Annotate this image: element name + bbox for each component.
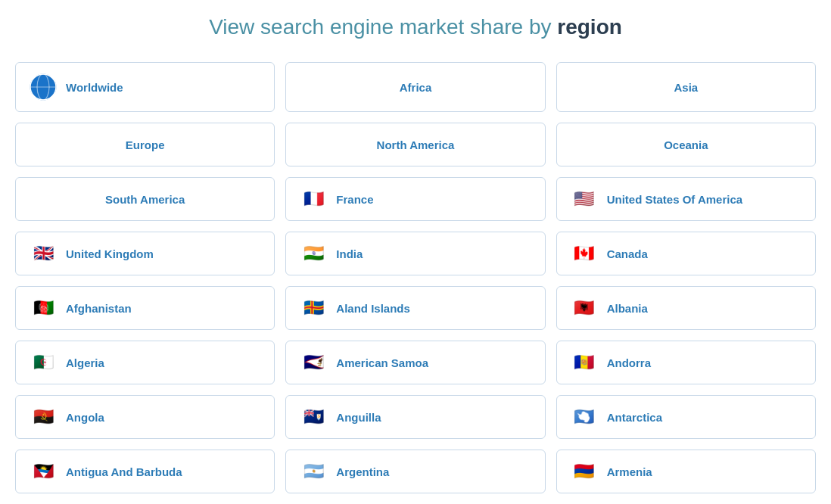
region-button-north-america[interactable]: North America xyxy=(285,123,545,166)
region-label: Anguilla xyxy=(336,411,381,424)
globe-icon xyxy=(30,73,57,101)
flag-icon-france: 🇫🇷 xyxy=(300,190,327,208)
region-button-worldwide[interactable]: Worldwide xyxy=(15,62,275,112)
region-button-india[interactable]: 🇮🇳India xyxy=(285,232,545,275)
region-label: Argentina xyxy=(336,465,389,478)
region-button-africa[interactable]: Africa xyxy=(285,62,545,112)
region-button-aland-islands[interactable]: 🇦🇽Aland Islands xyxy=(285,286,545,330)
region-grid: WorldwideAfricaAsiaEuropeNorth AmericaOc… xyxy=(15,62,816,493)
region-label: Angola xyxy=(66,411,104,424)
region-button-armenia[interactable]: 🇦🇲Armenia xyxy=(556,450,816,493)
region-label: Afghanistan xyxy=(66,302,132,315)
region-label: Albania xyxy=(607,302,648,315)
region-button-american-samoa[interactable]: 🇦🇸American Samoa xyxy=(285,341,545,384)
flag-icon-american-samoa: 🇦🇸 xyxy=(300,353,327,372)
region-button-united-kingdom[interactable]: 🇬🇧United Kingdom xyxy=(15,232,275,275)
flag-icon-india: 🇮🇳 xyxy=(300,244,327,263)
region-button-asia[interactable]: Asia xyxy=(556,62,816,112)
region-label: France xyxy=(336,193,373,206)
region-button-algeria[interactable]: 🇩🇿Algeria xyxy=(15,341,275,384)
region-label: Armenia xyxy=(607,465,652,478)
region-button-angola[interactable]: 🇦🇴Angola xyxy=(15,395,275,439)
page-title: View search engine market share by regio… xyxy=(15,15,816,39)
flag-icon-antarctica: 🇦🇶 xyxy=(571,408,598,426)
region-button-usa[interactable]: 🇺🇸United States Of America xyxy=(556,177,816,221)
region-button-antarctica[interactable]: 🇦🇶Antarctica xyxy=(556,395,816,439)
region-button-afghanistan[interactable]: 🇦🇫Afghanistan xyxy=(15,286,275,330)
region-label: Africa xyxy=(400,81,432,94)
flag-icon-aland-islands: 🇦🇽 xyxy=(300,299,327,317)
region-label: Europe xyxy=(126,138,165,151)
region-label: Oceania xyxy=(664,138,708,151)
region-button-antigua-barbuda[interactable]: 🇦🇬Antigua And Barbuda xyxy=(15,450,275,493)
flag-icon-angola: 🇦🇴 xyxy=(30,408,57,426)
flag-icon-anguilla: 🇦🇮 xyxy=(300,408,327,426)
region-button-albania[interactable]: 🇦🇱Albania xyxy=(556,286,816,330)
region-label: Antarctica xyxy=(607,411,662,424)
region-label: North America xyxy=(377,138,455,151)
region-label: Antigua And Barbuda xyxy=(66,465,182,478)
region-label: Andorra xyxy=(607,356,651,369)
flag-icon-canada: 🇨🇦 xyxy=(571,244,598,263)
flag-icon-united-kingdom: 🇬🇧 xyxy=(30,244,57,263)
region-button-france[interactable]: 🇫🇷France xyxy=(285,177,545,221)
region-button-anguilla[interactable]: 🇦🇮Anguilla xyxy=(285,395,545,439)
region-label: Canada xyxy=(607,247,648,260)
region-label: India xyxy=(336,247,363,260)
region-button-south-america[interactable]: South America xyxy=(15,177,275,221)
flag-icon-usa: 🇺🇸 xyxy=(571,190,598,208)
flag-icon-armenia: 🇦🇲 xyxy=(571,462,598,481)
flag-icon-albania: 🇦🇱 xyxy=(571,299,598,317)
flag-icon-afghanistan: 🇦🇫 xyxy=(30,299,57,317)
region-button-canada[interactable]: 🇨🇦Canada xyxy=(556,232,816,275)
region-label: Algeria xyxy=(66,356,104,369)
region-label: United Kingdom xyxy=(66,247,154,260)
region-label: American Samoa xyxy=(336,356,428,369)
flag-icon-antigua-barbuda: 🇦🇬 xyxy=(30,462,57,481)
region-label: Aland Islands xyxy=(336,302,410,315)
region-label: Asia xyxy=(674,81,698,94)
region-label: United States Of America xyxy=(607,193,743,206)
region-button-argentina[interactable]: 🇦🇷Argentina xyxy=(285,450,545,493)
region-button-europe[interactable]: Europe xyxy=(15,123,275,166)
region-button-andorra[interactable]: 🇦🇩Andorra xyxy=(556,341,816,384)
region-label: Worldwide xyxy=(66,81,123,94)
flag-icon-argentina: 🇦🇷 xyxy=(300,462,327,481)
flag-icon-algeria: 🇩🇿 xyxy=(30,353,57,372)
region-label: South America xyxy=(105,193,185,206)
flag-icon-andorra: 🇦🇩 xyxy=(571,353,598,372)
region-button-oceania[interactable]: Oceania xyxy=(556,123,816,166)
